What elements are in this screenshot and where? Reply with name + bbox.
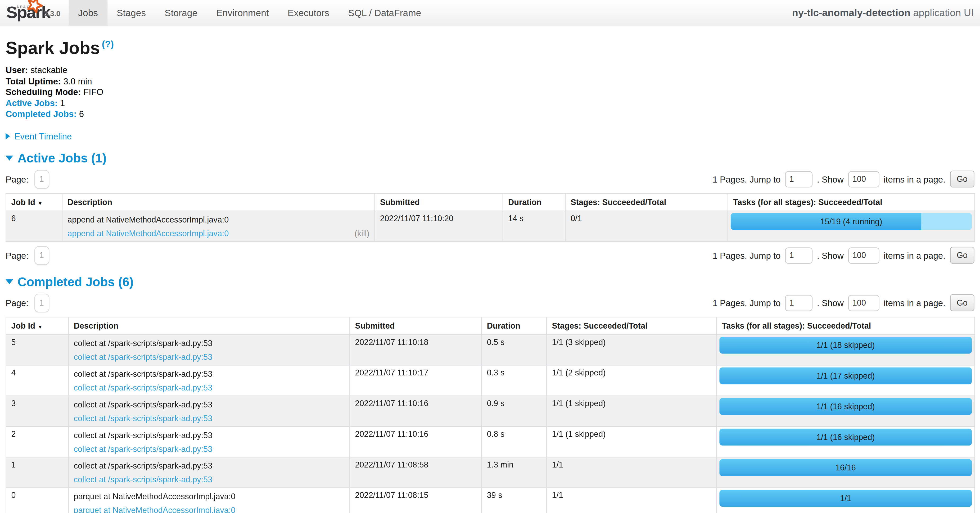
job-detail-link[interactable]: collect at /spark-scripts/spark-ad.py:53 [74, 353, 213, 362]
tab-stages[interactable]: Stages [107, 0, 155, 25]
tasks-cell: 16/16 [717, 457, 975, 488]
go-button[interactable]: Go [950, 247, 974, 264]
column-label: Job Id [11, 197, 35, 206]
column-header-submitted[interactable]: Submitted [375, 194, 503, 211]
expanded-arrow-icon [6, 156, 13, 161]
pagination-left: Page: 1 [6, 294, 49, 313]
column-header-job-id[interactable]: Job Id▼ [6, 194, 62, 211]
completed-jobs-header[interactable]: Completed Jobs (6) [6, 275, 974, 289]
column-header-description[interactable]: Description [68, 317, 350, 334]
go-button[interactable]: Go [950, 171, 974, 188]
jump-to-page-input[interactable] [785, 247, 813, 264]
column-header-tasks-for-all-stages-succeeded-total[interactable]: Tasks (for all stages): Succeeded/Total [728, 194, 975, 211]
progress-label: 16/16 [719, 459, 972, 476]
tab-storage[interactable]: Storage [155, 0, 207, 25]
expanded-arrow-icon [6, 280, 13, 284]
duration-cell: 14 s [503, 211, 565, 241]
job-detail-link[interactable]: append at NativeMethodAccessorImpl.java:… [67, 229, 229, 239]
progress-label: 1/1 [719, 490, 972, 507]
sort-desc-icon: ▼ [38, 200, 43, 206]
column-header-duration[interactable]: Duration [503, 194, 565, 211]
summary-link-label[interactable]: Active Jobs: [6, 98, 58, 108]
job-detail-link[interactable]: collect at /spark-scripts/spark-ad.py:53 [74, 413, 213, 424]
column-header-description[interactable]: Description [62, 194, 375, 211]
stages-cell: 0/1 [565, 211, 728, 241]
jump-to-page-input[interactable] [785, 295, 813, 311]
go-button[interactable]: Go [950, 294, 974, 311]
spark-version: 3.3.0 [44, 9, 60, 18]
application-name: ny-tlc-anomaly-detection application UI [792, 0, 974, 25]
summary-label: Total Uptime: [6, 76, 61, 86]
column-label: Submitted [355, 321, 395, 330]
description-cell: collect at /spark-scripts/spark-ad.py:53… [68, 396, 350, 426]
jump-to-page-input[interactable] [785, 171, 813, 187]
job-row: 2collect at /spark-scripts/spark-ad.py:5… [6, 426, 975, 457]
active-jobs-section: Active Jobs (1) Page: 1 1 Pages. Jump to… [6, 151, 974, 265]
submitted-cell: 2022/11/07 11:10:20 [375, 211, 503, 241]
stages-cell: 1/1 (1 skipped) [547, 426, 716, 457]
column-header-duration[interactable]: Duration [482, 317, 547, 334]
submitted-cell: 2022/11/07 11:10:18 [350, 334, 481, 365]
progress-label: 1/1 (16 skipped) [719, 398, 972, 415]
job-id-cell: 4 [6, 365, 68, 396]
help-link[interactable]: (?) [102, 39, 114, 49]
stages-cell: 1/1 [547, 488, 716, 513]
tab-environment[interactable]: Environment [207, 0, 278, 25]
page-number-button[interactable]: 1 [34, 170, 49, 189]
column-header-stages-succeeded-total[interactable]: Stages: Succeeded/Total [565, 194, 728, 211]
job-row: 3collect at /spark-scripts/spark-ad.py:5… [6, 396, 975, 426]
page-label: Page: [6, 251, 28, 260]
navbar: Spark APACHE 3.3.0 JobsStagesStorageEnvi… [0, 0, 980, 26]
column-label: Submitted [380, 197, 420, 206]
duration-cell: 0.9 s [482, 396, 547, 426]
job-detail-link[interactable]: collect at /spark-scripts/spark-ad.py:53 [74, 475, 213, 485]
pagination-left: Page: 1 [6, 246, 49, 265]
tasks-progress-bar: 1/1 (16 skipped) [719, 398, 972, 415]
items-in-page-text: items in a page. [884, 251, 945, 260]
tab-jobs[interactable]: Jobs [69, 0, 107, 25]
event-timeline-label[interactable]: Event Timeline [14, 131, 72, 141]
items-per-page-input[interactable] [848, 247, 879, 264]
column-label: Duration [487, 321, 520, 330]
page-label: Page: [6, 174, 28, 184]
job-row: 1collect at /spark-scripts/spark-ad.py:5… [6, 457, 975, 488]
tab-executors[interactable]: Executors [278, 0, 339, 25]
tasks-progress-bar: 1/1 (17 skipped) [719, 367, 972, 384]
kill-link[interactable]: (kill) [354, 229, 369, 239]
page-title-text: Spark Jobs [6, 38, 100, 58]
job-description: collect at /spark-scripts/spark-ad.py:53 [74, 430, 345, 440]
pagination-right: 1 Pages. Jump to . Show items in a page.… [713, 294, 974, 311]
summary-value: 6 [79, 109, 84, 119]
tasks-cell: 1/1 (18 skipped) [717, 334, 975, 365]
job-row: 6append at NativeMethodAccessorImpl.java… [6, 211, 975, 241]
completed-jobs-title: Completed Jobs (6) [18, 275, 134, 289]
items-per-page-input[interactable] [848, 295, 879, 311]
page-number-button[interactable]: 1 [34, 246, 49, 265]
column-header-stages-succeeded-total[interactable]: Stages: Succeeded/Total [547, 317, 716, 334]
summary-item-scheduling-mode: Scheduling Mode: FIFO [6, 87, 974, 98]
summary-link-label[interactable]: Completed Jobs: [6, 109, 76, 119]
spark-logo[interactable]: Spark APACHE 3.3.0 [4, 0, 66, 25]
job-detail-link[interactable]: parquet at NativeMethodAccessorImpl.java… [74, 505, 235, 513]
summary-item-total-uptime: Total Uptime: 3.0 min [6, 76, 974, 87]
submitted-cell: 2022/11/07 11:10:17 [350, 365, 481, 396]
job-detail-link[interactable]: collect at /spark-scripts/spark-ad.py:53 [74, 444, 213, 454]
job-detail-link[interactable]: collect at /spark-scripts/spark-ad.py:53 [74, 383, 213, 393]
column-header-tasks-for-all-stages-succeeded-total[interactable]: Tasks (for all stages): Succeeded/Total [717, 317, 975, 334]
column-header-job-id[interactable]: Job Id▼ [6, 317, 68, 334]
job-id-cell: 2 [6, 426, 68, 457]
items-per-page-input[interactable] [848, 171, 879, 187]
app-name-text: ny-tlc-anomaly-detection [792, 7, 910, 18]
job-id-cell: 0 [6, 488, 68, 513]
page-number-button[interactable]: 1 [34, 294, 49, 313]
description-cell: collect at /spark-scripts/spark-ad.py:53… [68, 426, 350, 457]
duration-cell: 39 s [482, 488, 547, 513]
collapsed-arrow-icon [6, 133, 10, 140]
column-header-submitted[interactable]: Submitted [350, 317, 481, 334]
tasks-progress-bar: 16/16 [719, 459, 972, 476]
description-cell: collect at /spark-scripts/spark-ad.py:53… [68, 334, 350, 365]
summary-value: FIFO [83, 87, 103, 97]
event-timeline-toggle[interactable]: Event Timeline [6, 131, 974, 141]
tab-sql-dataframe[interactable]: SQL / DataFrame [339, 0, 431, 25]
active-jobs-header[interactable]: Active Jobs (1) [6, 151, 974, 165]
